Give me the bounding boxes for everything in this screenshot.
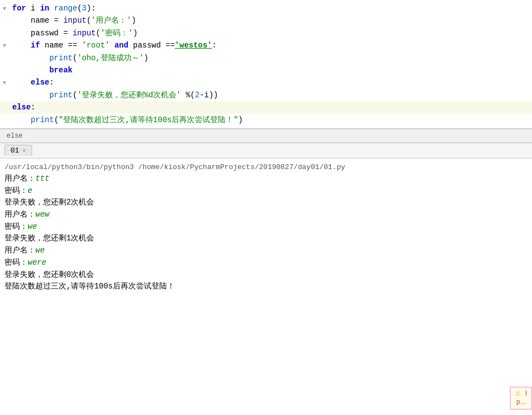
watermark: ⚠ Ip... [510, 387, 532, 409]
code-line-content-5: print('oho,登陆成功～') [10, 52, 532, 64]
code-line-2: name = input('用户名：') [0, 14, 532, 27]
terminal-line-10: 登陆次数超过三次,请等待100s后再次尝试登陆！ [4, 281, 528, 293]
code-line-9: else: [0, 101, 532, 113]
code-line-content-2: name = input('用户名：') [10, 14, 532, 27]
terminal-line-7: 用户名：we [4, 245, 528, 257]
terminal-line-8: 密码：were [4, 257, 528, 269]
fold-gutter-7: ▼ [0, 78, 10, 88]
code-line-8: print('登录失败，您还剩%d次机会' %(2-i)) [0, 89, 532, 101]
code-line-content-8: print('登录失败，您还剩%d次机会' %(2-i)) [10, 89, 532, 101]
code-line-content-1: for i in range(3): [10, 2, 532, 14]
terminal-line-1: 用户名：ttt [4, 173, 528, 185]
terminal-line-2: 密码：e [4, 185, 528, 197]
code-line-content-3: passwd = input('密码：') [10, 27, 532, 39]
code-line-content-7: else: [10, 76, 532, 88]
terminal-path: /usr/local/python3/bin/python3 /home/kio… [4, 162, 528, 173]
fold-gutter-1: ▼ [0, 4, 10, 14]
code-line-7: ▼ else: [0, 76, 532, 88]
run-tab[interactable]: 01 × [4, 145, 32, 156]
terminal-area: /usr/local/python3/bin/python3 /home/kio… [0, 159, 532, 296]
code-line-content-9: else: [10, 101, 532, 113]
fold-gutter-4: ▼ [0, 41, 10, 51]
run-tab-close[interactable]: × [23, 148, 27, 154]
terminal-line-6: 登录失败，您还剩1次机会 [4, 233, 528, 245]
terminal-line-9: 登录失败，您还剩0次机会 [4, 269, 528, 281]
code-editor: ▼ for i in range(3): name = input('用户名：'… [0, 0, 532, 129]
code-line-3: passwd = input('密码：') [0, 27, 532, 39]
scope-label: else [2, 132, 27, 140]
run-tab-label: 01 [11, 146, 19, 155]
code-line-content-10: print("登陆次数超过三次,请等待100s后再次尝试登陆！") [10, 114, 532, 126]
code-line-content-6: break [10, 64, 532, 76]
terminal-line-5: 密码：we [4, 221, 528, 233]
code-line-content-4: if name == 'root' and passwd =='westos': [10, 39, 532, 51]
code-line-10: print("登陆次数超过三次,请等待100s后再次尝试登陆！") [0, 114, 532, 126]
terminal-line-3: 登录失败，您还剩2次机会 [4, 197, 528, 209]
scope-bar: else [0, 129, 532, 143]
terminal-line-4: 用户名：wew [4, 209, 528, 221]
run-bar: 01 × [0, 143, 532, 159]
code-line-5: print('oho,登陆成功～') [0, 52, 532, 64]
warning-icon: ⚠ [515, 390, 521, 397]
code-line-4: ▼ if name == 'root' and passwd =='westos… [0, 39, 532, 51]
code-line-6: break [0, 64, 532, 76]
code-line-1: ▼ for i in range(3): [0, 2, 532, 14]
